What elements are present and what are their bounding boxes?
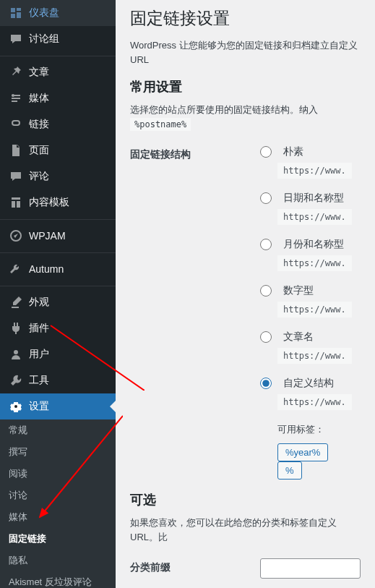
menu-label: WPJAM bbox=[29, 230, 66, 242]
permalink-option: 文章名https://www. bbox=[260, 331, 361, 364]
permalink-url-example: https://www. bbox=[277, 302, 352, 318]
settings-submenu: 常规撰写阅读讨论媒体固定链接隐私Akismet 反垃圾评论MemorialDay… bbox=[0, 419, 116, 588]
pin-icon bbox=[9, 65, 23, 80]
permalink-radio[interactable] bbox=[260, 378, 272, 389]
category-base-label: 分类前缀 bbox=[130, 558, 260, 579]
comments-icon bbox=[9, 32, 23, 46]
wrench-icon bbox=[9, 262, 23, 276]
template-icon bbox=[9, 195, 23, 210]
menu-item-wpjam[interactable]: WPJAM bbox=[0, 223, 116, 249]
menu-label: 评论 bbox=[29, 170, 49, 183]
permalink-radio-label: 月份和名称型 bbox=[283, 238, 344, 251]
menu-label: 媒体 bbox=[29, 92, 49, 105]
permalink-radio-label: 朴素 bbox=[283, 145, 303, 158]
main-content: 固定链接设置 WordPress 让您能够为您的固定链接和归档建立自定义 URL… bbox=[116, 0, 375, 588]
menu-item-user[interactable]: 用户 bbox=[0, 341, 116, 367]
svg-point-2 bbox=[14, 350, 18, 354]
tag-button[interactable]: %year% bbox=[277, 443, 328, 461]
tag-button[interactable]: % bbox=[277, 461, 302, 480]
permalink-radio[interactable] bbox=[260, 285, 272, 297]
permalink-radio-row[interactable]: 文章名 bbox=[260, 331, 361, 344]
permalink-radio[interactable] bbox=[260, 331, 272, 343]
user-icon bbox=[9, 347, 23, 362]
section-common-heading: 常用设置 bbox=[130, 78, 361, 95]
permalink-radio-label: 自定义结构 bbox=[283, 377, 334, 390]
svg-point-0 bbox=[12, 94, 14, 97]
menu-label: 工具 bbox=[29, 374, 49, 387]
menu-item-plug[interactable]: 插件 bbox=[0, 315, 116, 341]
permalink-option: 数字型https://www. bbox=[260, 284, 361, 318]
common-desc-text: 选择您的站点所要使用的固定链接结构。纳入 bbox=[130, 104, 318, 115]
permalink-url-example: https://www. bbox=[277, 394, 352, 410]
submenu-item[interactable]: 隐私 bbox=[0, 550, 116, 571]
menu-label: 页面 bbox=[29, 144, 49, 157]
available-tags-label: 可用标签： bbox=[277, 423, 361, 436]
menu-item-tool[interactable]: 工具 bbox=[0, 367, 116, 393]
permalink-radio-row[interactable]: 朴素 bbox=[260, 145, 361, 158]
menu-item-pin[interactable]: 文章 bbox=[0, 59, 116, 85]
page-title: 固定链接设置 bbox=[130, 7, 361, 30]
tool-icon bbox=[9, 373, 23, 388]
permalink-option: 日期和名称型https://www. bbox=[260, 192, 361, 225]
menu-label: 插件 bbox=[29, 322, 49, 335]
dashboard-icon bbox=[9, 6, 23, 20]
menu-item-dashboard[interactable]: 仪表盘 bbox=[0, 0, 116, 26]
menu-label: 讨论组 bbox=[29, 33, 59, 46]
permalink-radio-row[interactable]: 日期和名称型 bbox=[260, 192, 361, 205]
link-icon bbox=[9, 117, 23, 132]
page-intro: WordPress 让您能够为您的固定链接和归档建立自定义 URL bbox=[130, 38, 361, 67]
submenu-item[interactable]: Akismet 反垃圾评论 bbox=[0, 571, 116, 588]
category-base-input[interactable] bbox=[260, 558, 361, 579]
menu-label: 设置 bbox=[29, 400, 49, 413]
submenu-item[interactable]: 常规 bbox=[0, 419, 116, 441]
postname-code: %postname% bbox=[130, 118, 191, 131]
permalink-radio-label: 文章名 bbox=[283, 331, 314, 344]
menu-item-link[interactable]: 链接 bbox=[0, 111, 116, 137]
common-desc: 选择您的站点所要使用的固定链接结构。纳入 %postname% bbox=[130, 103, 361, 131]
permalink-option: 月份和名称型https://www. bbox=[260, 238, 361, 271]
submenu-item[interactable]: 讨论 bbox=[0, 485, 116, 506]
menu-item-page[interactable]: 页面 bbox=[0, 137, 116, 163]
menu-label: 用户 bbox=[29, 348, 49, 361]
page-icon bbox=[9, 143, 23, 158]
menu-item-media[interactable]: 媒体 bbox=[0, 85, 116, 111]
submenu-item[interactable]: 撰写 bbox=[0, 441, 116, 463]
media-icon bbox=[9, 91, 23, 106]
permalink-url-example: https://www. bbox=[277, 255, 352, 271]
menu-item-comment[interactable]: 评论 bbox=[0, 163, 116, 189]
tag-buttons: %year%% bbox=[277, 443, 361, 480]
menu-item-brush[interactable]: 外观 bbox=[0, 289, 116, 315]
settings-icon bbox=[9, 399, 23, 414]
menu-item-template[interactable]: 内容模板 bbox=[0, 189, 116, 216]
submenu-item[interactable]: 媒体 bbox=[0, 506, 116, 528]
comment-icon bbox=[9, 169, 23, 184]
menu-label: Autumn bbox=[29, 263, 64, 275]
wpjam-icon bbox=[9, 229, 23, 243]
permalink-radio[interactable] bbox=[260, 239, 272, 250]
menu-label: 仪表盘 bbox=[29, 7, 59, 20]
menu-label: 文章 bbox=[29, 66, 49, 79]
permalink-radio-label: 日期和名称型 bbox=[283, 192, 344, 205]
menu-label: 内容模板 bbox=[29, 196, 69, 209]
menu-item-wrench[interactable]: Autumn bbox=[0, 256, 116, 282]
svg-point-3 bbox=[14, 405, 17, 408]
menu-item-comments[interactable]: 讨论组 bbox=[0, 26, 116, 52]
admin-sidebar: 仪表盘讨论组文章媒体链接页面评论内容模板WPJAMAutumn外观插件用户工具设… bbox=[0, 0, 116, 588]
menu-label: 外观 bbox=[29, 296, 49, 309]
permalink-radio[interactable] bbox=[260, 146, 272, 158]
permalink-radio-row[interactable]: 自定义结构 bbox=[260, 377, 361, 390]
permalink-radio[interactable] bbox=[260, 192, 272, 204]
permalink-url-example: https://www. bbox=[277, 348, 352, 364]
permalink-radio-label: 数字型 bbox=[283, 284, 314, 297]
submenu-item[interactable]: 固定链接 bbox=[0, 528, 116, 550]
menu-item-settings[interactable]: 设置 bbox=[0, 393, 116, 419]
section-optional-heading: 可选 bbox=[130, 491, 361, 508]
permalink-radio-row[interactable]: 数字型 bbox=[260, 284, 361, 297]
plug-icon bbox=[9, 321, 23, 336]
brush-icon bbox=[9, 295, 23, 310]
permalink-option: 自定义结构https://www. bbox=[260, 377, 361, 410]
permalink-option: 朴素https://www. bbox=[260, 145, 361, 179]
permalink-radio-row[interactable]: 月份和名称型 bbox=[260, 238, 361, 251]
submenu-item[interactable]: 阅读 bbox=[0, 463, 116, 485]
optional-desc: 如果您喜欢，您可以在此给您的分类和标签自定义 URL。比 bbox=[130, 516, 361, 544]
